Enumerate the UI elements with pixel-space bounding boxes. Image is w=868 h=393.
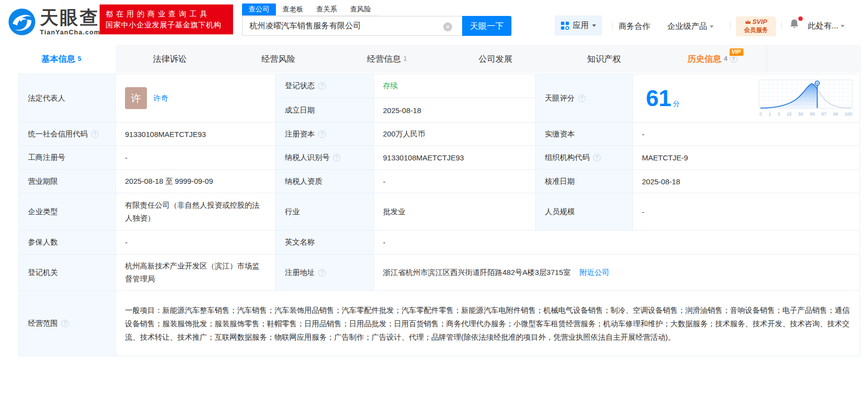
tab-operating-info-count: 1: [403, 55, 407, 62]
tianyancha-logo[interactable]: 天眼查 TianYanCha.com: [8, 8, 100, 36]
field-value-est-date: 2025-08-18: [374, 98, 536, 123]
value-text: 200万人民币: [383, 130, 425, 139]
search-tab-company[interactable]: 查公司: [242, 3, 276, 15]
tab-operating-info[interactable]: 经营信息 1: [333, 45, 441, 73]
tab-legal-litigation-label: 法律诉讼: [153, 53, 187, 65]
field-label-uscc: 统一社会信用代码 ?: [19, 123, 116, 146]
value-text: 批发业: [383, 207, 405, 217]
tab-basic-info-count: 5: [78, 55, 81, 62]
notification-dot: [798, 16, 803, 21]
field-label-score: 天眼评分 ?: [536, 74, 633, 123]
tab-operating-info-label: 经营信息: [367, 53, 401, 65]
chevron-down-icon: [710, 25, 714, 28]
tab-company-development-label: 公司发展: [479, 53, 512, 65]
field-label-biz-scope: 经营范围 ?: [19, 291, 116, 356]
avatar[interactable]: 许: [125, 87, 147, 109]
label-text: 注册地址: [285, 268, 315, 277]
chevron-down-icon: [592, 24, 596, 27]
tab-operating-risk-label: 经营风险: [261, 53, 295, 65]
user-account-menu[interactable]: 此处有...: [808, 21, 845, 31]
score-axis-labels: 0 1 3 15 50 85 97 99 100: [759, 111, 853, 117]
score-value: 61: [646, 87, 671, 110]
field-label-industry: 行业: [276, 193, 374, 231]
search-input[interactable]: [242, 16, 462, 36]
axis-tick: 50: [798, 112, 803, 117]
help-icon[interactable]: ?: [593, 154, 601, 161]
field-label-paid-capital: 实缴资本: [536, 123, 633, 146]
label-text: 登记机关: [28, 268, 58, 277]
chevron-down-icon: [841, 25, 845, 27]
field-value-reg-address: 浙江省杭州市滨江区西兴街道阡陌路482号A楼3层3715室 附近公司: [374, 255, 860, 291]
tab-intellectual-property[interactable]: 知识产权: [550, 45, 658, 73]
label-text: 企业类型: [28, 207, 58, 217]
user-name: 此处有...: [808, 21, 838, 31]
label-text: 注册资本: [285, 130, 315, 139]
field-value-staff-size: -: [633, 193, 860, 231]
field-label-biz-reg-no: 工商注册号: [19, 146, 116, 170]
nearby-companies-link[interactable]: 附近公司: [580, 268, 610, 277]
field-label-reg-status: 登记状态 ?: [276, 74, 374, 98]
field-value-biz-scope: 一般项目：新能源汽车整车销售；汽车销售；汽车装饰用品销售；汽车零配件批发；汽车零…: [116, 291, 860, 356]
label-text: 成立日期: [285, 106, 315, 115]
score-distribution-chart: 0 1 3 15 50 85 97 99 100: [759, 80, 853, 117]
notification-bell-button[interactable]: [788, 18, 801, 31]
field-value-biz-term: 2025-08-18 至 9999-09-09: [116, 170, 276, 193]
help-icon[interactable]: ?: [333, 154, 341, 161]
clear-search-icon[interactable]: ✕: [443, 22, 452, 31]
company-section-tabs: 基本信息 5 法律诉讼 经营风险 经营信息 1 公司发展 知识产权 VIP 历史…: [7, 45, 861, 73]
score-unit: 分: [673, 100, 680, 109]
brand-slogan-banner: 都在用的商业查询工具 国家中小企业发展子基金旗下机构: [100, 4, 233, 34]
field-value-biz-reg-no: -: [116, 146, 276, 170]
axis-tick: 97: [821, 112, 826, 117]
label-text: 天眼评分: [545, 94, 575, 103]
svip-member-button[interactable]: SVIP 会员服务: [736, 16, 776, 36]
field-label-org-code: 组织机构代码 ?: [536, 146, 633, 170]
apps-menu-button[interactable]: 应用: [555, 15, 602, 35]
legal-rep-link[interactable]: 许奇: [153, 94, 168, 103]
value-text: MAETCTJE-9: [642, 153, 688, 162]
field-label-biz-term: 营业期限: [19, 170, 116, 193]
tab-basic-info[interactable]: 基本信息 5: [7, 45, 116, 73]
field-label-est-date: 成立日期: [276, 98, 374, 123]
tab-history-info-count: 4: [724, 55, 727, 62]
value-text: 91330108MAETCTJE93: [383, 153, 464, 162]
enterprise-products-menu[interactable]: 企业级产品: [667, 21, 714, 32]
basic-info-table: 法定代表人 许 许奇 登记状态 ? 存续 成立日期 2025-08-18 天眼评…: [18, 74, 860, 356]
search-tab-boss[interactable]: 查老板: [276, 3, 310, 15]
value-text: -: [642, 208, 644, 216]
brand-name: 天眼查: [40, 8, 100, 27]
field-label-company-type: 企业类型: [19, 193, 116, 231]
field-value-company-type: 有限责任公司（非自然人投资或控股的法人独资）: [116, 193, 276, 231]
tab-operating-risk[interactable]: 经营风险: [224, 45, 333, 73]
brand-domain: TianYanCha.com: [40, 28, 100, 36]
tab-company-development[interactable]: 公司发展: [441, 45, 550, 73]
slogan-line2: 国家中小企业发展子基金旗下机构: [106, 19, 227, 30]
tab-history-info[interactable]: VIP 历史信息 4 ?: [658, 45, 767, 73]
field-label-legal-rep: 法定代表人: [19, 74, 116, 123]
search-tab-risk[interactable]: 查风险: [344, 3, 377, 15]
label-text: 统一社会信用代码: [28, 130, 88, 139]
help-icon[interactable]: ?: [318, 131, 326, 138]
field-value-legal-rep: 许 许奇: [116, 74, 276, 123]
help-icon[interactable]: ?: [730, 55, 738, 63]
help-icon[interactable]: ?: [318, 269, 326, 276]
search-tab-relation[interactable]: 查关系: [310, 3, 344, 15]
help-icon[interactable]: ?: [318, 82, 326, 90]
svip-sub-label: 会员服务: [736, 26, 776, 34]
business-coop-link[interactable]: 商务合作: [619, 21, 650, 32]
tab-legal-litigation[interactable]: 法律诉讼: [116, 45, 224, 73]
value-text: 一般项目：新能源汽车整车销售；汽车销售；汽车装饰用品销售；汽车零配件批发；汽车零…: [125, 303, 851, 344]
divider: [730, 21, 731, 29]
help-icon[interactable]: ?: [61, 320, 69, 327]
field-label-reg-authority: 登记机关: [19, 255, 116, 291]
field-value-insured-count: -: [116, 231, 276, 255]
field-value-uscc: 91330108MAETCTJE93: [116, 123, 276, 146]
field-value-english-name: -: [374, 231, 860, 255]
tab-history-info-label: 历史信息: [687, 53, 721, 65]
label-text: 行业: [285, 207, 300, 217]
help-icon[interactable]: ?: [91, 131, 99, 138]
svip-label: SVIP: [752, 18, 767, 26]
field-value-score: 61 分: [633, 74, 860, 123]
search-button[interactable]: 天眼一下: [462, 16, 511, 36]
help-icon[interactable]: ?: [578, 95, 586, 102]
